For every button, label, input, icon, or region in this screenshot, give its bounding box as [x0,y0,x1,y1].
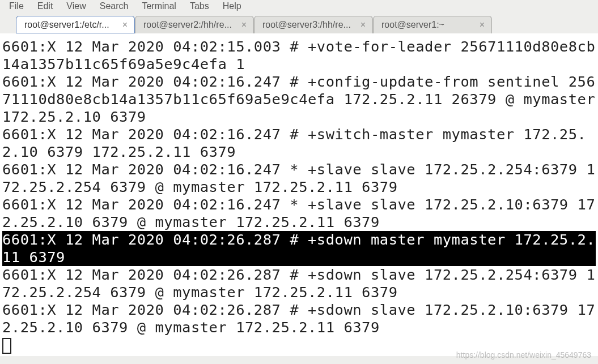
close-icon[interactable]: × [361,20,366,30]
log-line: 6601:X 12 Mar 2020 04:02:16.247 * +slave… [2,196,596,231]
tab-server1-home[interactable]: root@server1:~ × [373,16,492,33]
menu-edit[interactable]: Edit [37,1,53,11]
menu-tabs[interactable]: Tabs [190,1,209,11]
tab-label: root@server1:/etc/r... [24,20,117,30]
log-line: 6601:X 12 Mar 2020 04:02:26.287 # +sdown… [2,266,596,301]
menu-search[interactable]: Search [100,1,129,11]
tab-server2-hh[interactable]: root@server2:/hh/re... × [135,16,254,33]
log-line: 6601:X 12 Mar 2020 04:02:26.287 # +sdown… [2,301,596,336]
close-icon[interactable]: × [480,20,485,30]
watermark: https://blog.csdn.net/weixin_45649763 [456,350,591,359]
menu-view[interactable]: View [66,1,86,11]
log-line: 6601:X 12 Mar 2020 04:02:16.247 # +confi… [2,73,596,126]
tabs-row: root@server1:/etc/r... × root@server2:/h… [0,15,598,33]
log-line: 6601:X 12 Mar 2020 04:02:16.247 * +slave… [2,161,596,196]
cursor-icon [2,338,11,354]
log-line: 6601:X 12 Mar 2020 04:02:26.287 # +sdown… [2,231,596,266]
menu-help[interactable]: Help [223,1,241,11]
tab-server1-etc[interactable]: root@server1:/etc/r... × [16,16,135,33]
tab-server3-hh[interactable]: root@server3:/hh/re... × [254,16,373,33]
menu-bar: File Edit View Search Terminal Tabs Help [0,0,598,15]
tab-label: root@server2:/hh/re... [143,20,236,30]
log-line: 6601:X 12 Mar 2020 04:02:15.003 # +vote-… [2,38,596,73]
close-icon[interactable]: × [241,20,247,30]
close-icon[interactable]: × [122,20,128,30]
menu-terminal[interactable]: Terminal [142,1,176,11]
log-line: 6601:X 12 Mar 2020 04:02:16.247 # +switc… [2,126,596,161]
tab-label: root@server1:~ [381,20,474,30]
menu-file[interactable]: File [9,1,24,11]
tab-label: root@server3:/hh/re... [262,20,355,30]
terminal-output[interactable]: 6601:X 12 Mar 2020 04:02:15.003 # +vote-… [0,33,598,356]
